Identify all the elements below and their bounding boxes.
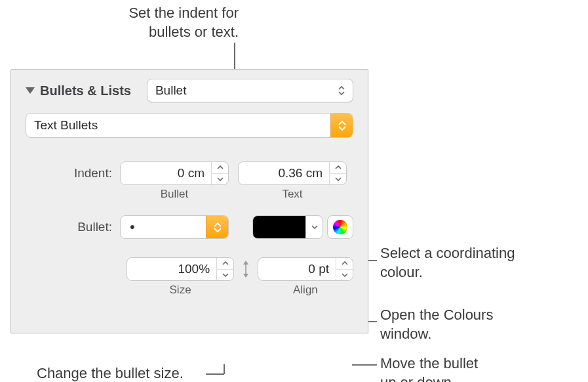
chevron-up-icon[interactable] — [212, 162, 228, 174]
chevron-down-icon[interactable] — [212, 174, 228, 185]
indent-text-stepper[interactable]: 0.36 cm — [238, 161, 347, 185]
chevron-up-icon[interactable] — [336, 258, 353, 270]
list-style-value: Bullet — [147, 83, 336, 98]
stepper-buttons[interactable] — [211, 162, 228, 184]
indent-bullet-stepper[interactable]: 0 cm — [120, 161, 229, 185]
chevron-down-icon[interactable] — [336, 270, 353, 281]
vertical-resize-icon — [239, 257, 252, 281]
bullet-char-value: • — [121, 220, 139, 234]
chevron-up-down-icon — [330, 114, 353, 137]
callout-swatch: Select a coordinating colour. — [380, 244, 515, 282]
section-header[interactable]: Bullets & Lists — [26, 83, 131, 98]
align-value[interactable]: 0 pt — [258, 258, 336, 280]
indent-text-value[interactable]: 0.36 cm — [239, 162, 329, 184]
stepper-buttons[interactable] — [216, 258, 233, 280]
list-style-select[interactable]: Bullet — [147, 79, 353, 102]
size-value[interactable]: 100% — [127, 258, 216, 280]
bullet-label: Bullet: — [26, 220, 120, 234]
size-stepper[interactable]: 100% — [127, 257, 234, 281]
stepper-buttons[interactable] — [329, 162, 346, 184]
align-stepper[interactable]: 0 pt — [258, 257, 353, 281]
bullet-type-select[interactable]: Text Bullets — [26, 113, 353, 138]
chevron-up-icon[interactable] — [330, 162, 346, 174]
chevron-up-down-icon — [336, 86, 353, 95]
color-swatch-select[interactable] — [252, 215, 323, 239]
indent-bullet-value[interactable]: 0 cm — [121, 162, 211, 184]
callout-size-text: Change the bullet size. — [37, 365, 184, 381]
indent-bullet-sublabel: Bullet — [120, 188, 229, 201]
stepper-buttons[interactable] — [336, 258, 353, 280]
section-title-text: Bullets & Lists — [40, 83, 131, 98]
chevron-down-icon — [305, 216, 323, 238]
indent-label: Indent: — [26, 161, 120, 180]
align-sublabel: Align — [258, 284, 353, 297]
size-sublabel: Size — [127, 284, 234, 297]
color-wheel-icon — [333, 220, 347, 234]
chevron-up-down-icon — [206, 216, 228, 238]
chevron-down-icon[interactable] — [330, 174, 346, 185]
callout-indent-text: Set the indent for bullets or text. — [128, 5, 239, 40]
callout-wheel: Open the Colours window. — [380, 306, 493, 343]
bullet-type-value: Text Bullets — [26, 118, 330, 133]
callout-size: Change the bullet size. — [37, 364, 184, 382]
bullets-lists-panel: Bullets & Lists Bullet Text Bullets Inde… — [10, 69, 368, 333]
callout-indent: Set the indent for bullets or text. — [81, 4, 239, 41]
color-wheel-button[interactable] — [327, 215, 353, 239]
disclosure-triangle-icon[interactable] — [26, 86, 35, 95]
callout-swatch-text: Select a coordinating colour. — [380, 245, 515, 280]
chevron-down-icon[interactable] — [217, 270, 233, 281]
chevron-up-icon[interactable] — [217, 258, 233, 270]
color-swatch — [253, 216, 305, 238]
callout-wheel-text: Open the Colours window. — [380, 307, 493, 342]
indent-text-sublabel: Text — [238, 188, 347, 201]
callout-align-text: Move the bullet up or down. — [380, 355, 478, 382]
callout-align: Move the bullet up or down. — [380, 354, 478, 382]
bullet-character-select[interactable]: • — [120, 215, 229, 239]
